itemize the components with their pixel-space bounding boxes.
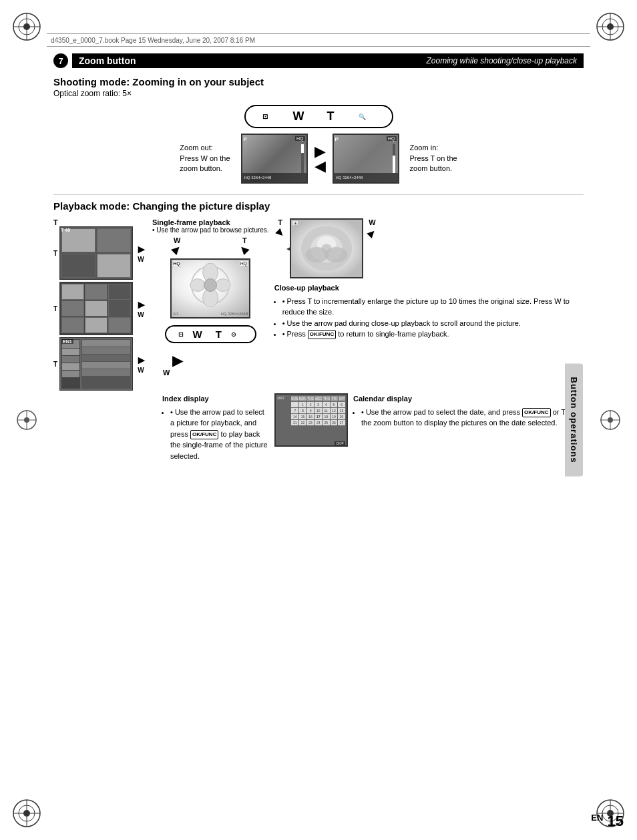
- optical-zoom-ratio: Optical zoom ratio: 5×: [53, 89, 584, 98]
- zoom-in-label: Zoom in:Press T on thezoom button.: [410, 143, 457, 174]
- single-frame-screen: HQ HQ 1/1 HQ 3264×2448: [170, 258, 250, 319]
- W-label-calendar-left: W: [138, 367, 144, 374]
- arrow-down-w-1: ▼: [135, 244, 147, 256]
- T-label-1: T: [53, 218, 61, 226]
- section-divider: [53, 194, 584, 195]
- W-label-bottom: W: [163, 369, 170, 377]
- zoom-out-screen: P HQ HQ 3264×2448: [241, 134, 308, 184]
- arrow-to-single-right: ▲: [234, 239, 254, 259]
- index-en-screen: EN1: [59, 337, 133, 391]
- center-col: Single-frame playback • Use the arrow pa…: [152, 218, 269, 377]
- wt-icon-left: ⊡: [178, 331, 190, 338]
- index-desc-block: Index display • Use the arrow pad to sel…: [162, 393, 269, 461]
- shooting-mode-section: Shooting mode: Zooming in on your subjec…: [53, 76, 584, 184]
- section-number: 7: [53, 53, 68, 68]
- file-info: d4350_e_0000_7.book Page 15 Wednesday, J…: [51, 37, 255, 44]
- svg-point-33: [204, 279, 217, 292]
- right-col: T ▲ ◀: [274, 218, 584, 340]
- section-subtitle: Zooming while shooting/close-up playback: [427, 55, 577, 65]
- playback-mode-section: Playback mode: Changing the picture disp…: [53, 200, 584, 461]
- main-content: 7 Zoom button Zooming while shooting/clo…: [53, 53, 584, 787]
- section-title: Zoom button Zooming while shooting/close…: [72, 53, 584, 68]
- arrow-right-icon: ▶: [314, 144, 326, 159]
- section-header: 7 Zoom button Zooming while shooting/clo…: [53, 53, 584, 68]
- index9-screen: [59, 282, 133, 335]
- calendar-area: 2007 SUN MON TUE WED THU FRI SAT: [274, 393, 584, 447]
- sidebar-tab: Button operations: [565, 364, 583, 477]
- bottom-w-arrow: ▶ W: [152, 353, 269, 377]
- index4-screen-row: T T 48 ▼ W: [53, 226, 147, 280]
- closeup-screen: ▲: [290, 218, 363, 278]
- zoom-demo: Zoom out:Press W on thezoom button. P HQ…: [53, 134, 584, 184]
- W-label-index9: W: [138, 311, 144, 319]
- zoom-arrows: ▶ ◀: [314, 144, 326, 174]
- W-label-index4: W: [138, 256, 144, 263]
- arrow-down-w-2: ▼: [135, 299, 147, 311]
- calendar-screen: 2007 SUN MON TUE WED THU FRI SAT: [274, 393, 348, 447]
- camera-small-icon: ⊡: [262, 113, 277, 120]
- corner-mark-tr: [590, 7, 630, 47]
- svg-point-39: [325, 247, 348, 262]
- calendar-desc-block: Calendar display • Use the arrow pad to …: [353, 393, 584, 429]
- arrow-down-w-3: ▼: [135, 355, 147, 367]
- closeup-desc-block: Close-up playback • Press T to increment…: [274, 282, 584, 340]
- arrow-to-closeup: ▲: [271, 224, 289, 242]
- index9-screen-row: T: [53, 282, 147, 335]
- closeup-desc-1: • Press T to incrementally enlarge the p…: [282, 296, 584, 318]
- closeup-desc-3: • Press OK/FUNC to return to single-fram…: [282, 329, 584, 340]
- flower-graphic: [175, 263, 246, 307]
- bottom-descriptions: Index display • Use the arrow pad to sel…: [53, 393, 584, 461]
- calendar-label: Calendar display: [353, 393, 584, 405]
- playback-diagram: T T T 48: [53, 218, 584, 391]
- side-mark-left: [13, 407, 40, 433]
- index4-row: T: [53, 218, 61, 226]
- page-number: EN 15: [591, 813, 624, 830]
- single-frame-label: Single-frame playback: [152, 218, 269, 226]
- wt-icon-right: ⊙: [231, 331, 243, 338]
- index-label: Index display: [162, 393, 269, 405]
- zoom-in-screen: P HQ HQ 3264×2448: [333, 134, 399, 184]
- left-screens-col: T T T 48: [53, 218, 147, 391]
- wt-button-playback: ⊡ W T ⊙: [165, 323, 256, 346]
- T-label-index4: T: [53, 250, 57, 257]
- closeup-desc-2: • Use the arrow pad during close-up play…: [282, 318, 584, 329]
- arrow-from-closeup: ▲: [363, 224, 381, 242]
- ok-func-badge-3: OK/FUNC: [308, 330, 336, 339]
- shooting-mode-heading: Shooting mode: Zooming in on your subjec…: [53, 76, 584, 87]
- side-mark-right: [597, 407, 624, 433]
- arrow-to-calendar: ▶: [172, 353, 182, 369]
- arrow-left-icon: ◀: [314, 159, 326, 174]
- single-frame-desc: • Use the arrow pad to browse pictures.: [152, 226, 269, 234]
- arrow-to-single-left: ▲: [167, 239, 187, 259]
- playback-mode-heading: Playback mode: Changing the picture disp…: [53, 200, 584, 212]
- index4-screen: [59, 226, 133, 280]
- top-arrows: W ▲ T ▲: [170, 236, 250, 257]
- corner-mark-tl: [7, 7, 47, 47]
- corner-mark-bl: [7, 793, 47, 833]
- T-label-calendar: T: [53, 361, 57, 368]
- closeup-row: T ▲ ◀: [274, 218, 379, 278]
- T-label-index9: T: [53, 305, 57, 312]
- ok-func-badge-1: OK/FUNC: [190, 430, 218, 439]
- calendar-screen-row: T: [53, 337, 147, 391]
- closeup-label: Close-up playback: [274, 282, 584, 294]
- header-bar: d4350_e_0000_7.book Page 15 Wednesday, J…: [47, 33, 590, 47]
- zoom-button-graphic: ⊡ W T 🔍: [244, 105, 393, 128]
- svg-point-32: [216, 279, 231, 292]
- svg-point-31: [190, 279, 206, 292]
- closeup-desc-list: • Press T to incrementally enlarge the p…: [282, 296, 584, 340]
- ok-func-badge-2: OK/FUNC: [522, 408, 550, 417]
- rose-graphic: [291, 220, 362, 277]
- magnify-icon: 🔍: [359, 114, 375, 120]
- zoom-out-label: Zoom out:Press W on thezoom button.: [180, 143, 230, 174]
